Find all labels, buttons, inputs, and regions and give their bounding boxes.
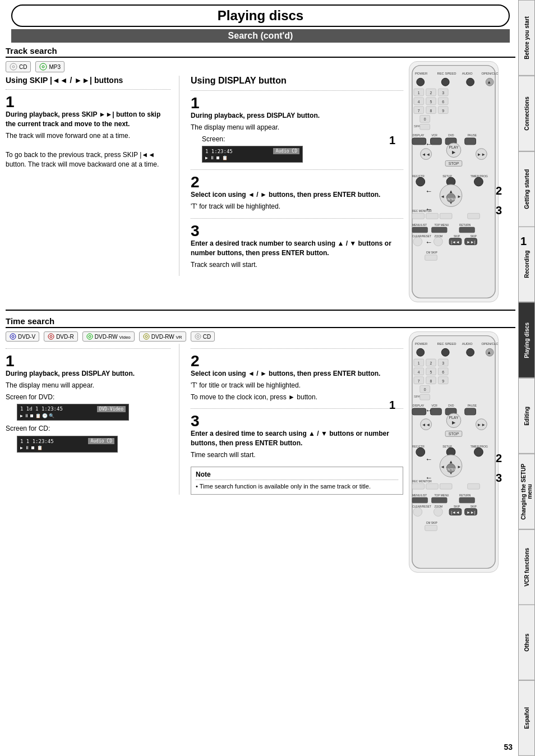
svg-rect-43 bbox=[412, 138, 426, 145]
display-step2-content: Select icon using ◄ / ► buttons, then pr… bbox=[191, 190, 403, 211]
svg-point-85 bbox=[433, 237, 442, 246]
svg-point-11 bbox=[467, 78, 474, 86]
time-search-text: DVD-V DVD-R DVD-RW Video DVD-RW VR bbox=[6, 331, 403, 574]
svg-point-94 bbox=[48, 334, 54, 339]
svg-text:◄◄: ◄◄ bbox=[422, 422, 431, 427]
svg-text:MENU/LIST: MENU/LIST bbox=[412, 224, 427, 227]
display-step2-normal: 'T' for track will be highlighted. bbox=[191, 202, 403, 211]
arrow-arrow-track: ← bbox=[425, 205, 432, 213]
svg-text:|◄◄: |◄◄ bbox=[451, 240, 459, 245]
svg-text:7: 7 bbox=[418, 379, 420, 383]
sidebar-tab-vcr-functions[interactable]: VCR functions bbox=[518, 529, 535, 605]
svg-point-2 bbox=[40, 63, 47, 70]
skip-step1-normal: The track will move forward one at a tim… bbox=[6, 131, 170, 141]
svg-text:0: 0 bbox=[424, 117, 426, 121]
time-step1-screen-dvd-label: Screen for DVD: bbox=[6, 393, 170, 402]
sidebar-tab-editing[interactable]: Editing bbox=[518, 378, 535, 454]
svg-text:5: 5 bbox=[430, 100, 432, 104]
svg-text:DVD: DVD bbox=[448, 134, 454, 137]
cd-label: CD bbox=[19, 64, 27, 70]
screen-dvd-mockup: 1 1d 1 1:23:45 DVD-Video ▶ ⏸ ⏹ 📋 🕐 bbox=[17, 404, 129, 421]
dvdrw-vr-label: DVD-RW VR bbox=[151, 334, 182, 340]
svg-rect-168 bbox=[468, 483, 480, 489]
dvdv-label: DVD-V bbox=[18, 334, 35, 340]
screen-icon-3: ⏹ bbox=[216, 155, 220, 160]
svg-text:REC SPEED: REC SPEED bbox=[437, 342, 456, 345]
display-step2: 2 Select icon using ◄ / ► buttons, then … bbox=[191, 174, 403, 211]
svg-point-100 bbox=[195, 334, 201, 339]
skip-step1-bold: During playback, press SKIP ►►| button t… bbox=[6, 110, 160, 128]
svg-text:2: 2 bbox=[430, 91, 432, 95]
remote-label-1b-track: 1 bbox=[520, 235, 527, 248]
dvdrw-vr-icon: DVD-RW VR bbox=[139, 331, 186, 342]
dvdrw-video-label: DVD-RW Video bbox=[95, 334, 131, 340]
screen-icon-1: ▶ bbox=[205, 155, 208, 160]
svg-rect-70 bbox=[412, 213, 425, 219]
display-step3-content: Enter a desired track number to search u… bbox=[191, 239, 403, 269]
svg-text:OPEN/CLOSE: OPEN/CLOSE bbox=[481, 342, 499, 345]
time-step1-screen-cd-label: Screen for CD: bbox=[6, 424, 170, 434]
svg-text:►►|: ►►| bbox=[467, 510, 476, 515]
svg-text:◄: ◄ bbox=[440, 194, 445, 199]
svg-rect-133 bbox=[420, 394, 430, 400]
screen-cd-icon-2: ⏸ bbox=[25, 445, 29, 450]
time-step1-normal: The display menu will appear. bbox=[6, 381, 170, 390]
time-step2-bold: Select icon using ◄ / ► buttons, then pr… bbox=[191, 370, 380, 377]
arrow-arrow-time: ← bbox=[425, 473, 432, 482]
svg-point-1 bbox=[12, 66, 15, 68]
time-step2: 2 Select icon using ◄ / ► buttons, then … bbox=[191, 353, 403, 402]
svg-rect-167 bbox=[440, 483, 452, 489]
svg-rect-46 bbox=[465, 138, 476, 145]
svg-text:AUDIO: AUDIO bbox=[462, 342, 473, 345]
svg-text:MENU/LIST: MENU/LIST bbox=[412, 494, 427, 497]
svg-text:►: ► bbox=[457, 194, 462, 199]
svg-text:REC SPEED: REC SPEED bbox=[437, 72, 456, 75]
section-divider bbox=[6, 310, 515, 311]
svg-text:|◄◄: |◄◄ bbox=[451, 510, 459, 515]
svg-point-108 bbox=[441, 348, 449, 356]
svg-text:8: 8 bbox=[430, 109, 432, 113]
display-button-col: Using DISPLAY button 1 During playback, … bbox=[179, 76, 403, 276]
sidebar-tab-changing-setup[interactable]: Changing the SETUP menu bbox=[518, 454, 535, 529]
sidebar-tab-connections[interactable]: Connections bbox=[518, 76, 535, 151]
svg-text:▲: ▲ bbox=[487, 350, 491, 355]
sidebar-tab-getting-started[interactable]: Getting started bbox=[518, 151, 535, 227]
content-area: Playing discs Search (cont'd) Track sear… bbox=[6, 4, 515, 574]
svg-point-96 bbox=[87, 334, 93, 339]
time-step2-content: Select icon using ◄ / ► buttons, then pr… bbox=[191, 369, 403, 402]
arrow-display-time: ← bbox=[425, 406, 432, 414]
time-step3-content: Enter a desired time to search using ▲ /… bbox=[191, 429, 403, 459]
track-search-section: Track search CD MP3 U bbox=[6, 46, 515, 304]
svg-text:PLAY: PLAY bbox=[449, 145, 459, 149]
dvdr-icon: DVD-R bbox=[44, 331, 78, 342]
time-search-remote: 1 2 3 POWER REC SPEED AUDIO OPEN/CLOSE ▲ bbox=[403, 331, 515, 574]
svg-text:0: 0 bbox=[424, 388, 426, 391]
sidebar-tab-espanol[interactable]: Español bbox=[518, 680, 535, 756]
screen-cd-icon-1: ▶ bbox=[20, 445, 23, 450]
svg-text:6: 6 bbox=[442, 100, 444, 104]
svg-text:RETURN: RETURN bbox=[459, 494, 471, 497]
svg-text:DISPLAY: DISPLAY bbox=[413, 134, 425, 137]
svg-text:►►|: ►►| bbox=[467, 240, 476, 245]
sidebar-tab-playing-discs[interactable]: Playing discs bbox=[518, 302, 535, 378]
svg-point-84 bbox=[413, 237, 422, 246]
sidebar-tab-others[interactable]: Others bbox=[518, 605, 535, 680]
cd-time-icon: CD bbox=[191, 331, 215, 342]
svg-rect-165 bbox=[412, 483, 425, 489]
sidebar-tab-before[interactable]: Before you start bbox=[518, 0, 535, 76]
screen-icon-2: ⏸ bbox=[210, 155, 214, 160]
track-search-header: Track search bbox=[6, 46, 515, 58]
screen-dvd-icon-2: ⏸ bbox=[24, 413, 29, 418]
note-title: Note bbox=[196, 471, 398, 480]
svg-text:PAUSE: PAUSE bbox=[468, 404, 477, 407]
remote-label-1-time: 1 bbox=[389, 399, 395, 412]
sidebar: Before you start Connections Getting sta… bbox=[518, 0, 535, 756]
svg-text:5: 5 bbox=[430, 370, 432, 374]
display-step3-normal: Track search will start. bbox=[191, 260, 403, 270]
screen-dvd-icon-1: ▶ bbox=[20, 413, 23, 418]
svg-point-179 bbox=[413, 508, 422, 517]
sub-title-bar: Search (cont'd) bbox=[11, 29, 510, 43]
svg-text:POWER: POWER bbox=[415, 342, 427, 345]
screen-cd-icon-3: ⏹ bbox=[31, 445, 35, 450]
svg-text:7: 7 bbox=[418, 109, 420, 113]
